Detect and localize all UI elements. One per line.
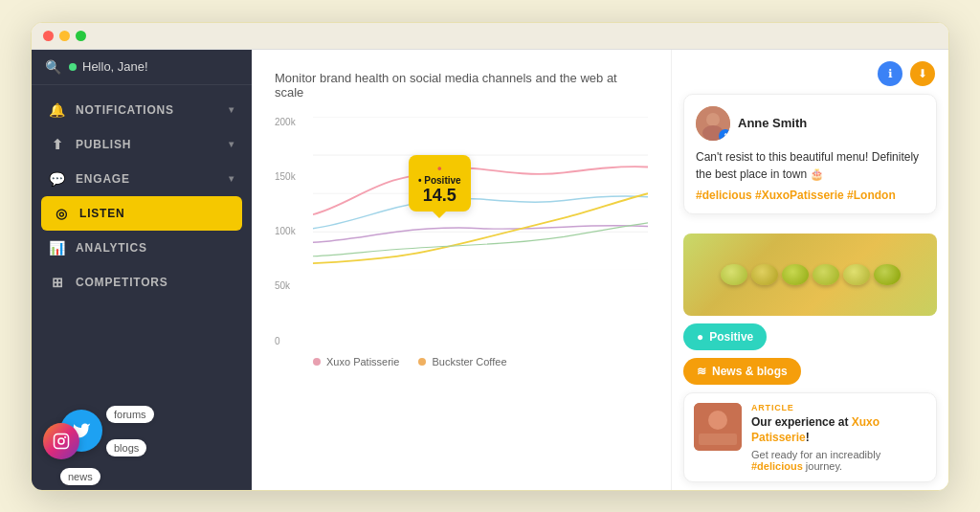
- post-hashtags: #delicious #XuxoPatisserie #London: [696, 189, 924, 202]
- legend-dot-xuxo: [313, 358, 321, 366]
- main-content: Monitor brand health on social media cha…: [252, 50, 671, 490]
- article-description: Get ready for an increadibly #delicious …: [751, 449, 926, 472]
- sidebar-item-publish[interactable]: ⬆ PUBLISH ▾: [32, 127, 252, 162]
- author-name: Anne Smith: [738, 116, 807, 130]
- sidebar-item-listen[interactable]: ◎ LISTEN: [41, 196, 242, 231]
- macaron: [843, 264, 870, 285]
- greeting: Hello, Jane!: [69, 59, 148, 74]
- panel-header: ℹ ⬇: [672, 50, 948, 94]
- forums-label: forums: [106, 406, 154, 423]
- info-button[interactable]: ℹ: [878, 61, 902, 86]
- macaron: [874, 264, 901, 285]
- macaron-row: [721, 264, 901, 285]
- news-blogs-badge[interactable]: ≋ News & blogs: [683, 358, 801, 385]
- sidebar-item-engage[interactable]: 💬 ENGAGE ▾: [32, 162, 252, 196]
- chart-area: Monitor brand health on social media cha…: [252, 50, 671, 490]
- article-card: ARTICLE Our experience at Xuxo Patisseri…: [683, 392, 937, 481]
- analytics-icon: 📊: [49, 240, 66, 256]
- engage-icon: 💬: [49, 171, 66, 187]
- chart-tooltip: • Positive 14.5: [409, 155, 471, 211]
- social-post-card: f Anne Smith Can't resist to this beauti…: [683, 94, 937, 214]
- y-axis: 200k 150k 100k 50k 0: [275, 117, 313, 346]
- sidebar-header: 🔍 Hello, Jane!: [32, 50, 252, 85]
- chevron-icon: ▾: [229, 173, 234, 184]
- sidebar-item-notifications[interactable]: 🔔 NOTIFICATIONS ▾: [32, 93, 252, 127]
- macaron: [721, 264, 747, 285]
- right-panel: ℹ ⬇ f Anne Smith Can't resist to this be…: [671, 50, 948, 490]
- svg-rect-0: [55, 434, 69, 448]
- sidebar-item-competitors[interactable]: ⊞ COMPETITORS: [32, 265, 252, 300]
- app-layout: 🔍 Hello, Jane! 🔔 NOTIFICATIONS ▾ ⬆ PUBLI…: [32, 50, 948, 490]
- search-icon[interactable]: 🔍: [45, 59, 61, 75]
- chart-legend: Xuxo Patisserie Buckster Coffee: [275, 346, 648, 377]
- svg-rect-13: [699, 434, 737, 445]
- legend-xuxo: Xuxo Patisserie: [313, 356, 399, 367]
- maximize-dot[interactable]: [76, 31, 86, 41]
- minimize-dot[interactable]: [59, 31, 70, 41]
- blogs-label: blogs: [106, 439, 146, 456]
- article-content: ARTICLE Our experience at Xuxo Patisseri…: [751, 403, 926, 471]
- svg-point-9: [706, 113, 720, 126]
- competitors-icon: ⊞: [49, 275, 66, 290]
- svg-point-2: [65, 436, 66, 437]
- notifications-icon: 🔔: [49, 102, 66, 118]
- post-text: Can't resist to this beautiful menu! Def…: [696, 148, 924, 183]
- listen-icon: ◎: [53, 206, 70, 221]
- svg-point-1: [58, 438, 64, 444]
- chevron-icon: ▾: [229, 139, 234, 149]
- article-thumbnail: [694, 403, 742, 451]
- facebook-badge: f: [719, 129, 730, 141]
- news-label: news: [60, 468, 100, 485]
- category-badges: ● Positive ≋ News & blogs: [672, 323, 948, 385]
- sidebar-item-analytics[interactable]: 📊 ANALYTICS: [32, 231, 252, 265]
- chart-title: Monitor brand health on social media cha…: [275, 71, 648, 100]
- avatar: f: [696, 106, 730, 141]
- post-author: f Anne Smith: [696, 106, 924, 141]
- chart-svg: [313, 117, 648, 270]
- online-indicator: [69, 63, 77, 71]
- article-title: Our experience at Xuxo Patisserie!: [751, 415, 926, 445]
- macaron: [782, 264, 809, 285]
- macaron: [751, 264, 778, 285]
- positive-icon: ●: [697, 330, 703, 344]
- macaron: [813, 264, 839, 285]
- legend-dot-buckster: [418, 358, 426, 366]
- article-label: ARTICLE: [751, 403, 926, 412]
- svg-point-12: [708, 411, 727, 430]
- title-bar: [32, 23, 948, 50]
- publish-icon: ⬆: [49, 137, 66, 152]
- macarons-image: [683, 234, 937, 317]
- news-icon: ≋: [697, 365, 706, 378]
- positive-badge[interactable]: ● Positive: [683, 323, 767, 350]
- chart-container: 200k 150k 100k 50k 0: [275, 117, 648, 346]
- sidebar: 🔍 Hello, Jane! 🔔 NOTIFICATIONS ▾ ⬆ PUBLI…: [32, 50, 252, 490]
- instagram-badge[interactable]: [43, 423, 79, 459]
- chevron-icon: ▾: [229, 104, 234, 115]
- download-button[interactable]: ⬇: [910, 61, 935, 86]
- close-dot[interactable]: [43, 31, 54, 41]
- legend-buckster: Buckster Coffee: [418, 356, 506, 367]
- sidebar-nav: 🔔 NOTIFICATIONS ▾ ⬆ PUBLISH ▾ 💬 ENGAGE ▾: [32, 85, 252, 375]
- browser-window: 🔍 Hello, Jane! 🔔 NOTIFICATIONS ▾ ⬆ PUBLI…: [31, 22, 949, 491]
